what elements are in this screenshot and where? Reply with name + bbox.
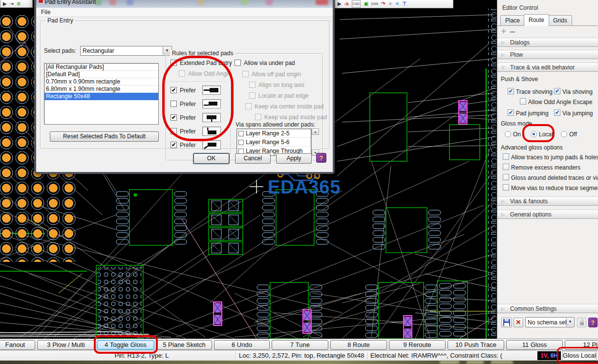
daa-icon[interactable]: DAA (371, 0, 378, 7)
section-vias-fanouts[interactable]: ▷ Vias & fanouts (497, 196, 598, 206)
prefer-checkbox-5[interactable]: ✔ (171, 142, 177, 148)
toggle-gloss-button[interactable]: 4 Toggle Gloss (97, 340, 154, 350)
help-icon[interactable]: ? (316, 153, 326, 163)
expanded-arrow-icon: ▽ (501, 63, 505, 72)
close-button[interactable] (316, 0, 328, 5)
push-trace-button[interactable]: 10 Push Trace (448, 340, 504, 350)
pad-jumping-label: Pad jumping (516, 110, 549, 117)
cursor-icon[interactable]: ▶ (338, 0, 342, 7)
trace-shoving-checkbox[interactable]: ✔ (508, 88, 514, 94)
redo-icon[interactable]: ↷ (381, 0, 385, 7)
allow-off-pad-origin-checkbox (242, 71, 249, 77)
gloss-on-radio[interactable] (505, 131, 511, 137)
advanced-gloss-label: Advanced gloss options (501, 144, 563, 151)
reroute-button[interactable]: 9 Reroute (389, 340, 446, 350)
gloss-around-deleted-checkbox[interactable] (503, 174, 509, 180)
select-mode-icon[interactable]: ⇥ (10, 0, 14, 7)
pad-entry-style-icon (202, 99, 221, 108)
route-list-icon[interactable]: ≣ (17, 0, 21, 7)
slider-icon[interactable]: ▬ (510, 28, 515, 34)
list-item[interactable]: [Default Pad] (44, 71, 158, 78)
section-common-settings[interactable]: ▷ Common Settings (497, 304, 598, 313)
tune-button[interactable]: 7 Tune (272, 340, 328, 350)
plane-sketch-button[interactable]: 5 Plane Sketch (156, 340, 212, 350)
extended-pad-entry-checkbox[interactable] (171, 60, 177, 66)
prefer-label: Prefer (180, 101, 196, 107)
undo-button[interactable]: 6 Undo (214, 340, 270, 350)
tab-place[interactable]: Place (500, 15, 525, 25)
allow-odd-angle-checkbox (179, 70, 185, 77)
status-gloss-mode: Gloss Local (562, 351, 597, 361)
help-icon[interactable]: ? (588, 318, 598, 327)
gloss-button[interactable]: 11 Gloss (506, 340, 563, 350)
display-icon[interactable]: ▣ (363, 0, 368, 7)
pad-entry-style-icon (202, 113, 221, 122)
via-spans-list[interactable]: Layer Range 2-5 Layer Range 5-6 Layer Ra… (236, 128, 311, 156)
via-span-item[interactable]: Layer Range 2-5 (237, 129, 311, 138)
prefer-checkbox-3[interactable]: ✔ (171, 114, 177, 121)
locate-at-pad-edge-checkbox (249, 92, 256, 99)
section-trace-via[interactable]: ▽ Trace & via edit behavior (497, 63, 598, 72)
via-span-checkbox[interactable] (238, 140, 244, 145)
chevron-down-icon[interactable]: ▼ (566, 318, 574, 326)
tab-grids[interactable]: Grids (548, 15, 572, 25)
via-span-checkbox[interactable] (238, 131, 244, 136)
list-item[interactable]: [All Rectangular Pads] (44, 64, 158, 71)
cursor-icon[interactable]: ▶ (3, 0, 7, 7)
colored-traces-icon[interactable]: ≋ (395, 0, 399, 7)
pin-icon[interactable]: ⊤ (402, 0, 406, 7)
gloss-off-radio[interactable] (561, 131, 567, 137)
delete-schema-button[interactable]: ✕ (513, 318, 523, 327)
cad-icon[interactable]: CAD (352, 0, 361, 8)
route-button[interactable]: 8 Route (330, 340, 387, 350)
pad-entry-group-label: Pad Entry (45, 17, 75, 24)
reset-pads-button[interactable]: Reset Selected Pads To Default (50, 131, 159, 142)
move-vias-checkbox[interactable] (503, 184, 509, 191)
via-span-item[interactable]: Layer Range 5-6 (237, 138, 311, 147)
allow-via-under-pad-checkbox[interactable] (235, 60, 241, 66)
schema-dropdown[interactable]: No schema selec ▼ (525, 317, 575, 327)
fanout-button[interactable]: Fanout (0, 340, 35, 350)
gloss-local-radio[interactable] (531, 131, 537, 137)
ok-button[interactable]: OK (193, 153, 229, 164)
status-via-count: 1V, 6H (537, 351, 561, 360)
net-highlight-icon[interactable]: -s (344, 0, 349, 7)
section-general-options[interactable]: ▷ General options (497, 210, 598, 219)
select-pads-dropdown[interactable]: Rectangular ▼ (80, 46, 172, 56)
via-spans-scrollbar[interactable]: ▲ ▼ (311, 128, 319, 156)
gloss-around-deleted-label: Gloss around deleted traces or vias (511, 174, 598, 181)
via-shoving-checkbox[interactable]: ✔ (554, 88, 560, 94)
pad-entry-style-icon (202, 127, 221, 136)
scroll-up-icon[interactable]: ▲ (312, 128, 319, 135)
allow-odd-angle-escape-checkbox[interactable] (520, 98, 526, 105)
menu-file[interactable]: File (41, 9, 50, 16)
collapsed-arrow-icon: ▷ (501, 304, 505, 313)
prefer-checkbox-2[interactable] (171, 101, 177, 107)
remove-meanders-checkbox[interactable] (503, 164, 509, 170)
prefer-checkbox-1[interactable]: ✔ (171, 87, 177, 93)
tab-route[interactable]: Route (524, 14, 549, 26)
push-shove-label: Push & Shove (501, 76, 538, 83)
pad-jumping-checkbox[interactable]: ✔ (508, 109, 514, 116)
remove-meanders-label: Remove excess meanders (511, 164, 580, 171)
place-button[interactable]: 12 Plac (565, 340, 598, 350)
traces-icon[interactable]: ≋ (388, 0, 392, 7)
dialog-body: Pad Entry Select pads: Rectangular ▼ [Al… (36, 17, 333, 172)
via-jumping-checkbox[interactable]: ✔ (554, 109, 560, 116)
list-item[interactable]: 6.80mm x 1.90mm rectangle (44, 86, 158, 93)
plow-multi-button[interactable]: 3 Plow / Multi (37, 340, 95, 350)
cancel-button[interactable]: Cancel (235, 153, 271, 164)
section-dialogs[interactable]: ▷ Dialogs (497, 38, 598, 47)
pad-list[interactable]: [All Rectangular Pads] [Default Pad] 0.7… (44, 63, 159, 125)
align-on-long-axis-checkbox (249, 82, 256, 88)
save-schema-button[interactable] (501, 318, 512, 327)
watermark-text: EDA365 (268, 177, 341, 198)
list-item-selected[interactable]: Rectangle 50x48 (44, 93, 158, 100)
prefer-label: Prefer (180, 142, 196, 149)
apply-button[interactable]: Apply (276, 153, 312, 164)
list-item[interactable]: 0.70mm x 0.90mm rectangle (44, 78, 158, 86)
section-plow[interactable]: ▷ Plow (497, 50, 598, 59)
prefer-checkbox-4[interactable] (171, 128, 177, 134)
jump-pads-holes-checkbox[interactable] (503, 153, 509, 160)
dock-icon[interactable]: ✛ (501, 28, 506, 35)
